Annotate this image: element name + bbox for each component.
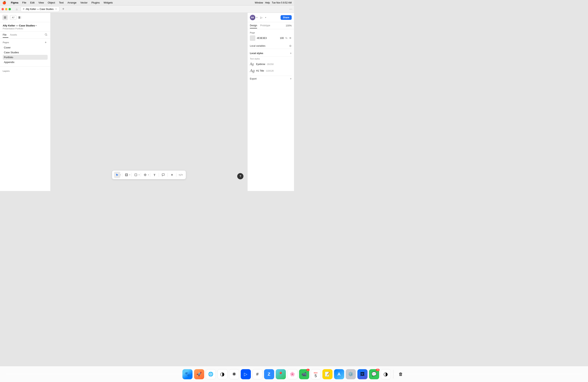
page-item-appendix[interactable]: Appendix	[3, 60, 48, 64]
menu-bar: 🍎 Figma File Edit View Object Text Arran…	[0, 0, 294, 5]
main-layout: A7 Ally Keller — Case Studies ▾ Presenta…	[0, 13, 294, 191]
project-title: Ally Keller — Case Studies	[3, 24, 35, 27]
toolbar-divider-5	[159, 173, 159, 177]
canvas-area[interactable]: ▾ ▾ ▾	[51, 13, 247, 191]
page-item-portfolio[interactable]: Portfolio	[3, 55, 48, 60]
text-style-icon-eyebrow: Ag	[250, 62, 254, 66]
page-color-row: #E3E3E3 100 % 👁	[250, 35, 292, 41]
tool-rectangle-button[interactable]	[133, 172, 139, 178]
tab-title: Ally Keller — Case Studies	[26, 8, 53, 11]
menu-object[interactable]: Object	[48, 1, 55, 4]
tab-prototype[interactable]: Prototype	[260, 23, 270, 28]
local-variables-icon[interactable]: ⚙	[289, 44, 292, 47]
menu-window[interactable]: Window	[255, 1, 263, 4]
export-label: Export	[250, 77, 257, 80]
project-chevron-icon: ▾	[36, 24, 37, 27]
right-panel-content: Page #E3E3E3 100 % 👁 Local variables ⚙ L…	[248, 29, 294, 191]
add-style-button[interactable]: +	[290, 52, 292, 55]
svg-rect-0	[4, 17, 6, 17]
tab-close-button[interactable]: ✕	[55, 8, 57, 11]
menu-arrange[interactable]: Arrange	[67, 1, 76, 4]
menu-view[interactable]: View	[39, 1, 44, 4]
svg-rect-4	[20, 16, 21, 19]
menu-text[interactable]: Text	[59, 1, 63, 4]
tab-new-button[interactable]: +	[61, 7, 66, 12]
tab-home-button[interactable]: ⌂	[14, 6, 20, 12]
text-style-eyebrow[interactable]: Ag Eyebrow · 20/150	[250, 61, 292, 67]
svg-rect-3	[19, 16, 20, 19]
tool-pen-button[interactable]	[142, 172, 148, 178]
menu-help[interactable]: Help	[265, 1, 270, 4]
menu-vector[interactable]: Vector	[80, 1, 87, 4]
avatar-chevron-icon[interactable]: ▾	[256, 17, 257, 19]
page-color-hex[interactable]: #E3E3E3	[257, 37, 278, 40]
help-button[interactable]: ?	[237, 173, 243, 179]
toolbar-divider-6	[168, 173, 168, 177]
page-item-cover[interactable]: Cover	[3, 45, 48, 50]
tool-panel-button[interactable]	[17, 15, 22, 20]
menu-figma[interactable]: Figma	[11, 1, 18, 4]
toolbar-divider-3	[141, 173, 141, 177]
tool-layers-button[interactable]	[2, 15, 8, 20]
tool-ai-button[interactable]	[169, 172, 175, 178]
text-style-h1title[interactable]: Ag H1 Title · 110/120	[250, 67, 292, 74]
tab-current[interactable]: ❋ Ally Keller — Case Studies ✕	[21, 6, 60, 12]
traffic-light-fullscreen[interactable]	[9, 8, 11, 10]
zoom-control[interactable]: 100%	[286, 24, 292, 27]
layers-label: Layers	[3, 70, 48, 72]
svg-point-8	[145, 174, 146, 175]
project-title-row[interactable]: Ally Keller — Case Studies ▾	[3, 24, 48, 27]
export-row: Export +	[250, 76, 292, 82]
add-page-button[interactable]: +	[44, 41, 48, 44]
menu-file[interactable]: File	[22, 1, 26, 4]
tab-design[interactable]: Design	[250, 23, 257, 28]
tool-select-button[interactable]	[114, 172, 120, 178]
tab-more-button[interactable]: ···	[289, 7, 293, 11]
tab-nav-file[interactable]: File	[3, 32, 8, 38]
page-item-case-studies[interactable]: Case Studies	[3, 50, 48, 55]
search-icon[interactable]	[44, 33, 48, 37]
menu-time: Tue Nov 5 8:52 AM	[272, 1, 292, 4]
h1title-style-meta: · 110/120	[265, 70, 273, 72]
traffic-light-minimize[interactable]	[5, 8, 7, 10]
right-panel-tabs: Design Prototype 100%	[248, 22, 294, 29]
pages-section: Pages + Cover Case Studies Portfolio App…	[0, 39, 50, 65]
eyebrow-style-name: Eyebrow	[256, 63, 265, 65]
page-opacity-value[interactable]: 100	[280, 37, 284, 40]
text-tool-icon: T	[154, 173, 155, 177]
tool-text-button[interactable]: T	[151, 172, 158, 178]
page-list: Cover Case Studies Portfolio Appendix	[3, 45, 48, 64]
avatar[interactable]: AK	[250, 15, 255, 20]
project-header: Ally Keller — Case Studies ▾ Presentatio…	[0, 22, 50, 32]
tool-frame-button[interactable]	[124, 172, 130, 178]
page-color-swatch[interactable]	[250, 35, 255, 41]
sidebar-toolbar: A7	[0, 13, 50, 22]
tab-bar: ⌂ ❋ Ally Keller — Case Studies ✕ + ···	[0, 5, 294, 13]
play-chevron-icon[interactable]: ▾	[265, 17, 266, 19]
menu-edit[interactable]: Edit	[30, 1, 34, 4]
toolbar-divider-2	[131, 173, 132, 177]
tool-assets-button[interactable]: A7	[10, 15, 16, 20]
right-panel-top: AK ▾ ▷ ▾ Share	[248, 13, 294, 22]
share-button[interactable]: Share	[281, 15, 292, 20]
tab-nav-assets[interactable]: Assets	[10, 32, 19, 38]
menu-plugins[interactable]: Plugins	[91, 1, 100, 4]
local-variables-label[interactable]: Local variables	[250, 44, 265, 47]
toolbar-divider-7	[176, 173, 177, 177]
text-styles-label: Text styles	[250, 58, 292, 60]
add-export-button[interactable]: +	[290, 77, 292, 81]
traffic-light-close[interactable]	[1, 8, 4, 10]
tool-code-button[interactable]: </>	[178, 172, 184, 178]
visibility-icon[interactable]: 👁	[289, 37, 292, 40]
local-styles-header: Local styles +	[250, 50, 292, 56]
apple-menu[interactable]: 🍎	[2, 1, 6, 4]
menu-widgets[interactable]: Widgets	[104, 1, 113, 4]
tool-comment-button[interactable]	[160, 172, 167, 178]
local-variables-row: Local variables ⚙	[250, 43, 292, 49]
local-styles-label: Local styles	[250, 52, 263, 55]
play-button[interactable]: ▷	[259, 15, 264, 20]
text-style-icon-h1title: Ag	[250, 68, 254, 73]
page-opacity-pct: %	[285, 37, 287, 40]
eyebrow-style-meta: · 20/150	[266, 63, 273, 65]
tab-figma-icon: ❋	[23, 8, 24, 10]
